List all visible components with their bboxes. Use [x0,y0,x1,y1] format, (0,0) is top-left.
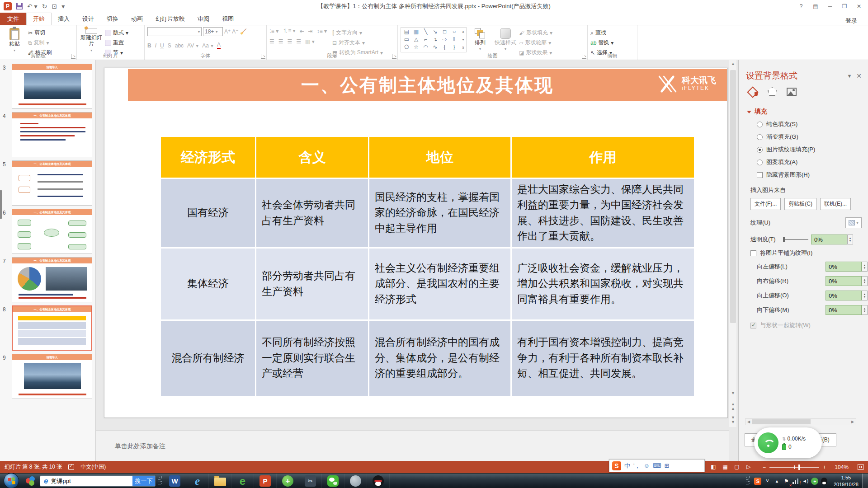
redo-icon[interactable]: ↻ [42,3,47,10]
table-cell[interactable]: 广泛吸收社会资金，缓解就业压力，增加公共积累和国家税收，对实现共同富裕具有重要作… [512,249,694,319]
shape-fill-button[interactable]: 🖌 形状填充 ▾ [519,29,552,37]
sogou-tool-icon[interactable]: ⌨ [653,462,661,469]
taskbar-app-powerpoint[interactable]: P [254,474,277,488]
insert-picture-button[interactable]: 文件(F)... [750,198,781,210]
shape-glyph[interactable]: ⌐ [421,36,430,43]
new-slide-button[interactable]: 新建幻灯片▾ [80,27,103,52]
shape-glyph[interactable]: ○ [449,28,459,36]
replace-button[interactable]: ab 替换 ▾ [590,39,613,47]
tray-grip[interactable] [746,476,750,486]
shape-glyph[interactable]: ▤ [402,28,411,36]
shape-gallery-scrollbar[interactable]: ▲▼⊻ [460,27,467,52]
search-input[interactable]: 党课ppt [51,477,132,485]
shape-glyph[interactable]: ⇩ [449,36,459,43]
slide-canvas[interactable]: 一、公有制主体地位及其体现 科大讯飞 iFLYTEK 经济形式含义地位作用国有经… [104,68,728,418]
ribbon-tab-动画[interactable]: 动画 [125,13,149,25]
fill-section-header[interactable]: 填充 [747,108,868,116]
cut-button[interactable]: ✂ 剪切 [28,29,52,37]
slide-sorter-view-icon[interactable]: ▦ [719,461,731,473]
start-button[interactable] [4,473,19,488]
notes-placeholder[interactable]: 单击此处添加备注 [115,442,165,450]
shape-glyph[interactable]: ▥ [411,28,421,36]
minimize-button[interactable]: ─ [824,1,836,11]
slide-number-status[interactable]: 幻灯片 第 8 张, 共 10 张 [5,463,62,471]
sogou-ime-tray-icon[interactable]: S [753,474,763,488]
360-shield-icon[interactable]: + [810,474,820,488]
drawing-dialog-launcher[interactable]: ↘ [582,54,586,59]
taskbar-app-360-safety[interactable]: + [277,474,299,488]
zoom-level[interactable]: 104% [830,464,849,470]
offset-value-input[interactable]: 0%▲▼ [826,262,862,272]
taskbar-app-qq[interactable] [367,474,390,488]
font-size-combo[interactable]: 18+▾ [203,27,223,36]
slide-thumbnail-9[interactable]: 情境导入 [12,354,92,399]
scroll-right-icon[interactable]: ▶ [849,420,856,424]
shape-glyph[interactable]: ↴ [430,36,440,43]
transparency-slider[interactable] [783,239,808,240]
ribbon-tab-文件[interactable]: 文件 [0,13,26,25]
insert-picture-button[interactable]: 剪贴板(C) [784,198,816,210]
wifi-status-icon[interactable] [758,432,778,453]
slide-thumbnail-4[interactable]: 一、公有制主体地位及其体现 [12,112,92,157]
shrink-font-button[interactable]: A⁻ [232,28,238,35]
slide-thumbnail-5[interactable]: 一、公有制主体地位及其体现 [12,160,92,206]
sign-in-link[interactable]: 登录 [845,17,868,25]
shape-glyph[interactable]: ╲ [421,28,430,36]
ribbon-tab-审阅[interactable]: 审阅 [191,13,216,25]
scrollbar-thumb[interactable] [730,70,736,323]
table-cell[interactable]: 不同所有制经济按照一定原则实行联合生产或经营 [256,321,368,396]
taskbar-app-360-browser[interactable]: e [231,474,254,488]
font-dialog-launcher[interactable]: ↘ [261,54,265,59]
fill-radio-渐变填充(G)[interactable]: 渐变填充(G) [757,133,868,141]
start-slideshow-icon[interactable]: ⊡ [52,3,57,10]
table-cell[interactable]: 集体经济 [161,249,255,319]
scroll-up-icon[interactable]: ▲ [729,61,737,66]
paragraph-dialog-launcher[interactable]: ↘ [392,54,396,59]
close-button[interactable]: ✕ [853,1,865,11]
slide-table[interactable]: 经济形式含义地位作用国有经济社会全体劳动者共同占有生产资料国民经济的支柱，掌握着… [161,137,694,396]
align-right-button[interactable]: ☰ [288,38,292,45]
insert-picture-button[interactable]: 联机(E)... [820,198,851,210]
font-color-button[interactable]: A [217,42,221,49]
shape-glyph[interactable]: ∿ [430,43,440,51]
shape-glyph[interactable]: ☆ [411,43,421,51]
taskbar-clock[interactable]: 1:552019/10/28 [834,474,859,488]
taskbar-app-file-explorer[interactable] [209,474,231,488]
align-left-button[interactable]: ☰ [269,38,274,45]
shape-glyph[interactable]: ◠ [421,43,430,51]
zoom-slider-thumb[interactable] [798,465,800,470]
table-header-cell[interactable]: 地位 [369,137,510,178]
volume-icon[interactable]: ◄) [801,474,810,488]
taskbar-app-wechat[interactable] [322,474,344,488]
fill-radio-图案填充(A)[interactable]: 图案填充(A) [757,158,868,166]
table-cell[interactable]: 社会全体劳动者共同占有生产资料 [256,179,368,247]
language-status[interactable]: 中文(中国) [80,463,106,471]
scrollbar-thumb[interactable] [752,419,811,424]
tile-picture-checkbox[interactable]: 将图片平铺为纹理(I) [750,249,868,257]
effects-tab-icon[interactable] [768,87,777,96]
slide-thumbnail-8[interactable]: 一、公有制主体地位及其体现 [12,305,92,351]
table-cell[interactable]: 国民经济的支柱，掌握着国家的经济命脉，在国民经济中起主导作用 [369,179,510,247]
strikethrough-button[interactable]: abc [175,42,184,49]
fill-tab-icon[interactable] [748,87,758,96]
paste-button[interactable]: 粘贴▾ [3,27,26,52]
slide-vertical-scrollbar[interactable]: ▲ ▼ ▲▲ ▼▼ [729,60,736,427]
zoom-out-icon[interactable]: − [763,464,766,470]
table-cell[interactable]: 有利于国有资本增强控制力、提高竞争力，有利于各种所有制资本取长补短、相互促进、共… [512,321,694,396]
sogou-tool-icon[interactable]: 中 [624,462,630,470]
notes-pane[interactable]: 单击此处添加备注 [96,430,729,461]
decrease-indent-button[interactable]: ⇤ [300,28,304,34]
rotate-with-shape-checkbox[interactable]: 与形状一起旋转(W) [750,321,868,329]
increase-indent-button[interactable]: ⇥ [308,28,313,34]
ribbon-tab-视图[interactable]: 视图 [216,13,240,25]
stepper-icon[interactable]: ▲▼ [862,291,868,300]
justify-button[interactable]: ☰ [296,38,301,45]
bold-button[interactable]: B [147,42,151,49]
clear-formatting-button[interactable]: 🧹 [240,28,247,35]
ribbon-tab-插入[interactable]: 插入 [52,13,76,25]
bullets-button[interactable]: ⁚≡ ▾ [269,28,278,34]
numbering-button[interactable]: ⒈≡ ▾ [283,27,295,35]
ribbon-display-options-button[interactable]: ▤ [809,1,822,11]
shape-glyph[interactable]: ▭ [402,36,411,43]
ribbon-tab-设计[interactable]: 设计 [76,13,100,25]
